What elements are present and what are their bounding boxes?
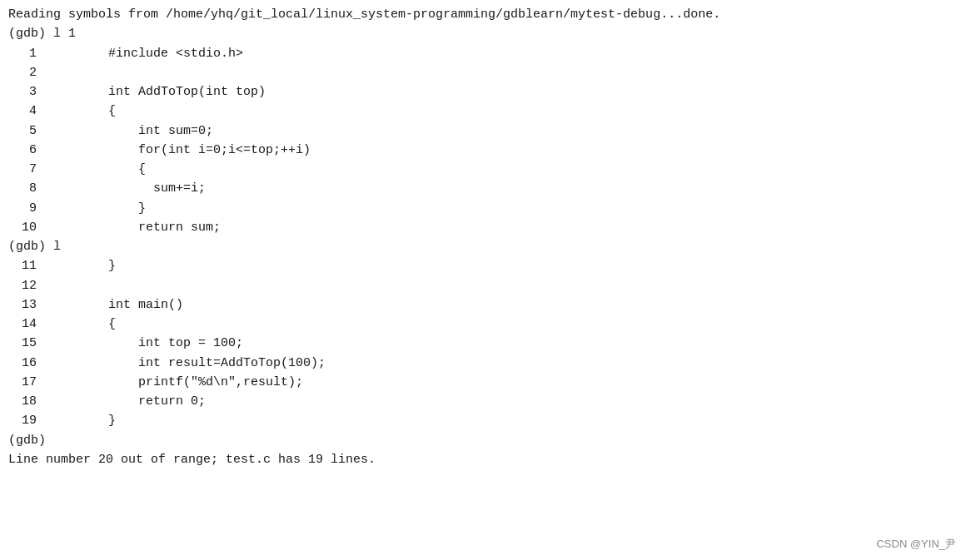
line-9: 8 sum+=i;	[8, 179, 958, 198]
line-11: 10 return sum;	[8, 218, 958, 237]
line-17: 15 int top = 100;	[8, 334, 958, 353]
line-15: 13 int main()	[8, 295, 958, 315]
line-number-6: 6	[8, 141, 48, 160]
terminal-window: Reading symbols from /home/yhq/git_local…	[0, 0, 966, 560]
line-13: 11 }	[8, 256, 958, 275]
line-12: (gdb) l	[8, 237, 958, 256]
line-number-8: 8	[8, 179, 48, 198]
line-content-1: #include <stdio.h>	[48, 44, 243, 63]
line-number-12: 12	[8, 276, 48, 295]
line-16: 14 {	[8, 315, 958, 334]
line-number-19: 19	[8, 411, 48, 430]
line-number-3: 3	[8, 82, 48, 102]
line-number-17: 17	[8, 373, 48, 392]
gdb-line-12: (gdb) l	[8, 237, 61, 256]
line-content-6: for(int i=0;i<=top;++i)	[48, 141, 311, 160]
line-5: 4 {	[8, 102, 958, 121]
terminal-content: Reading symbols from /home/yhq/git_local…	[8, 5, 958, 469]
line-content-19: }	[48, 411, 116, 430]
line-8: 7 {	[8, 160, 958, 179]
line-4: 3 int AddToTop(int top)	[8, 82, 958, 102]
line-content-3: int AddToTop(int top)	[48, 82, 266, 102]
line-number-14: 14	[8, 315, 48, 334]
line-content-5: int sum=0;	[48, 121, 213, 141]
line-number-5: 5	[8, 121, 48, 141]
line-content-7: {	[48, 160, 146, 179]
line-content-10: return sum;	[48, 218, 221, 237]
line-23: Line number 20 out of range; test.c has …	[8, 450, 958, 469]
line-19: 17 printf("%d\n",result);	[8, 373, 958, 392]
gdb-line-23: Line number 20 out of range; test.c has …	[8, 450, 376, 469]
line-content-15: int top = 100;	[48, 334, 243, 353]
line-0: Reading symbols from /home/yhq/git_local…	[8, 5, 958, 24]
line-content-13: int main()	[48, 295, 183, 315]
watermark: CSDN @YIN_尹	[876, 537, 956, 552]
line-22: (gdb)	[8, 431, 958, 450]
line-number-10: 10	[8, 218, 48, 237]
gdb-line-22: (gdb)	[8, 431, 46, 450]
line-content-11: }	[48, 256, 116, 275]
gdb-line-1: (gdb) l 1	[8, 24, 76, 43]
line-3: 2	[8, 63, 958, 82]
line-number-7: 7	[8, 160, 48, 179]
line-content-9: }	[48, 199, 146, 218]
line-number-9: 9	[8, 199, 48, 218]
line-number-18: 18	[8, 392, 48, 411]
line-18: 16 int result=AddToTop(100);	[8, 354, 958, 373]
line-number-4: 4	[8, 102, 48, 121]
line-number-13: 13	[8, 295, 48, 315]
gdb-line-0: Reading symbols from /home/yhq/git_local…	[8, 5, 720, 24]
line-2: 1 #include <stdio.h>	[8, 44, 958, 63]
line-content-4: {	[48, 102, 116, 121]
line-20: 18 return 0;	[8, 392, 958, 411]
line-content-8: sum+=i;	[48, 179, 206, 198]
line-10: 9 }	[8, 199, 958, 218]
line-number-15: 15	[8, 334, 48, 353]
line-1: (gdb) l 1	[8, 24, 958, 43]
line-6: 5 int sum=0;	[8, 121, 958, 141]
line-content-14: {	[48, 315, 116, 334]
line-number-2: 2	[8, 63, 48, 82]
line-number-1: 1	[8, 44, 48, 63]
line-content-17: printf("%d\n",result);	[48, 373, 303, 392]
line-14: 12	[8, 276, 958, 295]
line-7: 6 for(int i=0;i<=top;++i)	[8, 141, 958, 160]
line-number-11: 11	[8, 256, 48, 275]
line-content-18: return 0;	[48, 392, 206, 411]
line-21: 19 }	[8, 411, 958, 430]
line-number-16: 16	[8, 354, 48, 373]
line-content-16: int result=AddToTop(100);	[48, 354, 326, 373]
